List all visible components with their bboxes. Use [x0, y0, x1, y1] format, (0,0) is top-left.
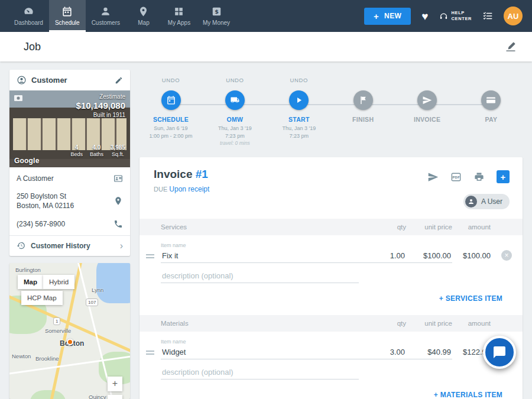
material-name-input[interactable] — [161, 345, 359, 359]
timeline-step-pay: PAY — [460, 77, 523, 146]
service-unit-price-input[interactable] — [406, 249, 452, 263]
map-label: Lynn — [92, 287, 103, 293]
hcp-map-button[interactable]: HCP Map — [21, 291, 63, 305]
service-name-input[interactable] — [161, 249, 359, 263]
zestimate-value: $10,149,080 — [76, 100, 125, 111]
undo-start-link[interactable]: UNDO — [290, 77, 308, 85]
nav-item-my-apps[interactable]: My Apps — [161, 0, 197, 32]
omw-step-button[interactable] — [225, 90, 245, 110]
chat-fab-button[interactable] — [483, 336, 516, 369]
undo-omw-link[interactable]: UNDO — [226, 77, 244, 85]
task-list-icon[interactable] — [482, 11, 493, 21]
nav-item-customers[interactable]: Customers — [86, 0, 126, 32]
nav-label: My Money — [203, 20, 230, 26]
timeline-step-start: UNDO START Thu, Jan 3 '197:23 pm — [268, 77, 330, 146]
customer-history-row[interactable]: Customer History › — [9, 235, 130, 256]
job-location-marker[interactable] — [67, 339, 73, 345]
timeline-step-omw: UNDO OMW Thu, Jan 3 '197:23 pm travel: 0… — [203, 77, 266, 146]
invoice-step-button[interactable] — [417, 90, 437, 110]
route-badge: 1 — [53, 317, 60, 325]
chevron-right-icon: › — [120, 241, 123, 251]
customer-address: 250 Boylston StBoston, MA 02116 — [17, 192, 113, 210]
materials-section-header: Materials qty unit price amount — [140, 315, 523, 332]
step-dates: Thu, Jan 3 '197:23 pm — [282, 125, 316, 140]
qty-column-header: qty — [359, 223, 406, 231]
help-center-button[interactable]: HELPCENTER — [439, 10, 472, 22]
drag-handle[interactable] — [146, 254, 154, 258]
send-plane-icon — [422, 95, 432, 105]
pdf-icon[interactable]: PDF — [450, 171, 462, 183]
drag-handle[interactable] — [146, 351, 154, 355]
new-button[interactable]: + NEW — [364, 8, 411, 25]
plus-icon: + — [374, 11, 379, 21]
map-type-button[interactable]: Map — [18, 275, 43, 289]
material-item-row: Item name $122.97 × — [140, 332, 523, 359]
job-tools-icon[interactable] — [505, 41, 517, 53]
customer-icon — [17, 75, 27, 85]
nav-item-map[interactable]: Map — [126, 0, 161, 32]
assigned-user-chip[interactable]: A User — [463, 194, 510, 209]
edit-pencil-icon[interactable] — [115, 76, 123, 85]
svg-text:$: $ — [215, 8, 219, 15]
map-park — [30, 390, 66, 399]
help-center-label: HELPCENTER — [452, 10, 472, 22]
map-label: Newton — [12, 353, 31, 359]
referral-heart-icon[interactable]: ♥ — [421, 11, 428, 22]
undo-schedule-link[interactable]: UNDO — [162, 77, 180, 85]
travel-note: travel: 0 mins — [220, 140, 250, 146]
zoom-in-button[interactable]: + — [108, 377, 122, 391]
main-panel: UNDO SCHEDULE Sun, Jan 6 '191:00 pm - 2:… — [140, 70, 523, 399]
service-description-input[interactable] — [161, 269, 359, 283]
start-step-button[interactable] — [289, 90, 309, 110]
nav-item-schedule[interactable]: Schedule — [49, 0, 86, 32]
add-service-item-link[interactable]: + SERVICES ITEM — [439, 294, 502, 303]
calendar-icon — [61, 6, 73, 17]
user-avatar[interactable]: AU — [504, 7, 523, 25]
flag-icon — [358, 95, 368, 105]
job-status-timeline: UNDO SCHEDULE Sun, Jan 6 '191:00 pm - 2:… — [140, 77, 523, 157]
add-material-item-link[interactable]: + MATERIALS ITEM — [434, 391, 502, 399]
material-description-input[interactable] — [161, 365, 359, 379]
customer-name: A Customer — [17, 174, 113, 183]
schedule-step-button[interactable] — [161, 90, 181, 110]
nav-item-my-money[interactable]: $ My Money — [197, 0, 236, 32]
add-invoice-button[interactable]: + — [497, 170, 510, 183]
nav-label: Map — [138, 20, 149, 26]
pay-step-button[interactable] — [481, 90, 501, 110]
google-watermark: Google — [14, 157, 40, 165]
location-pin-icon[interactable] — [113, 196, 123, 206]
mini-map[interactable]: Burlington Lynn 107 1 Somerville Boston … — [9, 263, 130, 399]
timeline-step-invoice: INVOICE — [396, 77, 459, 146]
chat-bubble-icon — [492, 345, 507, 359]
map-water — [96, 263, 130, 303]
property-photo[interactable]: Zestimate $10,149,080 Built in 1911 4 Be… — [9, 90, 130, 167]
material-unit-price-input[interactable] — [406, 345, 452, 359]
nav-items: Dashboard Schedule Customers Map My Apps… — [0, 0, 236, 32]
service-qty-input[interactable] — [359, 249, 406, 263]
print-icon[interactable] — [473, 171, 485, 183]
contact-card-icon[interactable] — [113, 174, 123, 183]
nav-item-dashboard[interactable]: Dashboard — [8, 0, 49, 32]
finish-step-button[interactable] — [353, 90, 373, 110]
step-dates: Sun, Jan 6 '191:00 pm - 2:00 pm — [149, 125, 192, 140]
calendar-icon — [166, 95, 176, 105]
due-terms-link[interactable]: Upon receipt — [169, 185, 209, 193]
customer-history-label: Customer History — [31, 242, 115, 250]
content-area: Customer Zestimate $10,149,080 Built in … — [0, 61, 532, 399]
item-name-label: Item name — [161, 242, 359, 248]
phone-icon[interactable] — [113, 219, 123, 229]
assignee-name: A User — [481, 197, 502, 206]
built-year: Built in 1911 — [76, 112, 125, 118]
material-qty-input[interactable] — [359, 345, 406, 359]
customer-name-row: A Customer — [9, 167, 130, 187]
customer-phone-row: (234) 567-8900 — [9, 215, 130, 235]
map-label: Somerville — [45, 327, 71, 334]
zoom-out-button[interactable]: − — [108, 395, 122, 399]
send-invoice-icon[interactable] — [427, 171, 439, 183]
amount-column-header: amount — [452, 320, 491, 327]
sqft-fact: 3,985 Sq.ft. — [111, 144, 125, 157]
page-title: Job — [24, 41, 41, 53]
remove-item-button[interactable]: × — [501, 250, 512, 261]
customer-phone: (234) 567-8900 — [17, 219, 113, 229]
hybrid-type-button[interactable]: Hybrid — [43, 275, 74, 289]
